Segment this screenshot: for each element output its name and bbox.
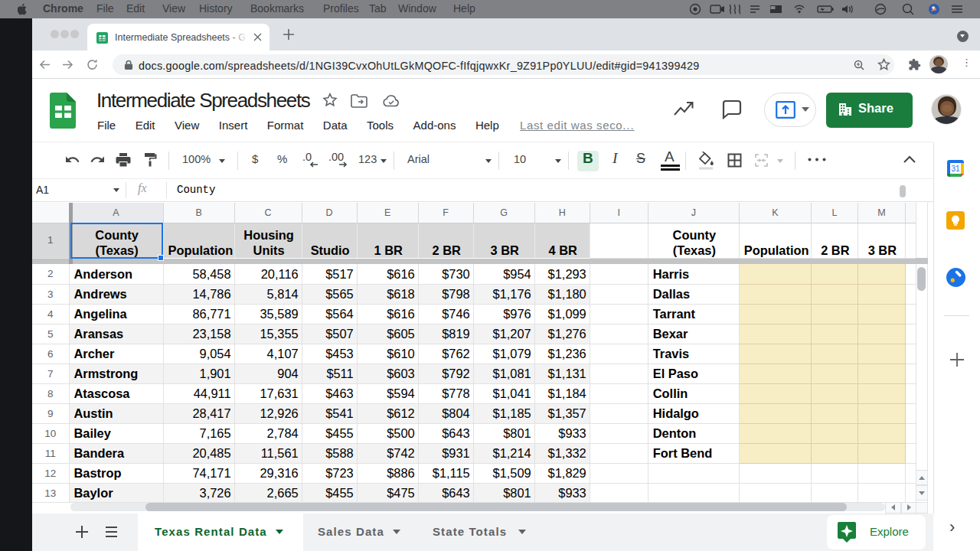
svg-text:31: 31 [951, 165, 960, 173]
